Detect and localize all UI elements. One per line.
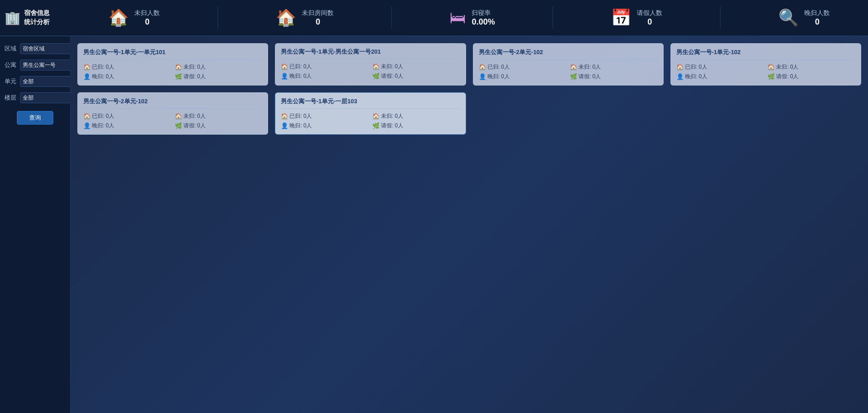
stat-value-4: 0	[637, 17, 662, 27]
room-stat-returned-1: 🏠 已归: 0人	[83, 63, 171, 71]
home-icon-5: 🏠	[83, 113, 91, 120]
room-card-4: 男生公寓一号-1单元-102 🏠 已归: 0人 🏠 未归: 0人 👤	[670, 43, 861, 86]
home-icon-nr-5: 🏠	[175, 113, 182, 120]
stat-value-5: 0	[804, 17, 830, 27]
stat-label-4: 请假人数	[637, 9, 662, 17]
bed-icon: 🛏	[450, 8, 466, 27]
room-title-6: 男生公寓一号-1单元-一层103	[281, 97, 460, 109]
room-stats-5: 🏠 已归: 0人 🏠 未归: 0人 👤 晚归: 0人	[83, 112, 262, 130]
home-icon-1: 🏠	[83, 64, 91, 71]
not-returned-label-2: 未归:	[381, 63, 393, 71]
not-returned-val-1: 0人	[197, 63, 206, 71]
stat-label-3: 归寝率	[472, 9, 495, 17]
logo-area: 🏢 宿舍信息 统计分析	[0, 9, 71, 26]
returned-val-2: 0人	[304, 63, 312, 71]
query-button[interactable]: 查询	[17, 111, 53, 125]
person-icon-2: 👤	[281, 73, 288, 80]
room-stats-3: 🏠 已归: 0人 🏠 未归: 0人 👤 晚归: 0人	[479, 63, 658, 81]
person-icon-4: 👤	[676, 73, 684, 80]
room-stat-not-returned-3: 🏠 未归: 0人	[570, 63, 658, 71]
stat-value-1: 0	[134, 17, 160, 27]
late-label-2: 晚归:	[289, 72, 302, 80]
stat-not-returned-rooms: 🏠 未归房间数 0	[276, 8, 334, 27]
house-gray-icon: 🏠	[108, 8, 129, 27]
stat-value-3: 0.00%	[472, 17, 495, 27]
room-stat-late-1: 👤 晚归: 0人	[83, 73, 171, 81]
returned-label-1: 已归:	[92, 63, 104, 71]
leave-label-6: 请假:	[381, 122, 393, 130]
title-line2: 统计分析	[24, 18, 50, 25]
leave-val-6: 0人	[395, 122, 403, 130]
leave-label-5: 请假:	[183, 122, 196, 130]
room-title-5: 男生公寓一号-2单元-102	[83, 97, 262, 109]
late-val-3: 0人	[501, 73, 510, 81]
home-icon-2: 🏠	[281, 63, 288, 70]
room-stats-2: 🏠 已归: 0人 🏠 未归: 0人 👤 晚归: 0人	[281, 63, 460, 80]
room-card-2: 男生公寓一号-1单元-男生公寓一号201 🏠 已归: 0人 🏠 未归: 0人 👤	[275, 43, 466, 86]
room-stat-returned-2: 🏠 已归: 0人	[281, 63, 369, 71]
leave-val-3: 0人	[592, 73, 601, 81]
late-val-1: 0人	[106, 73, 114, 81]
room-title-2: 男生公寓一号-1单元-男生公寓一号201	[281, 48, 460, 59]
returned-label-2: 已归:	[289, 63, 302, 71]
room-stat-returned-3: 🏠 已归: 0人	[479, 63, 567, 71]
calendar-icon: 📅	[611, 8, 631, 27]
room-stat-returned-6: 🏠 已归: 0人	[281, 112, 369, 120]
home-icon-4: 🏠	[676, 64, 684, 71]
filter-dorm-row: 公寓	[5, 60, 66, 71]
not-returned-val-5: 0人	[197, 112, 206, 120]
stat-label-1: 未归人数	[134, 9, 160, 17]
room-stat-late-4: 👤 晚归: 0人	[676, 73, 764, 81]
leave-label-1: 请假:	[183, 73, 196, 81]
room-stat-leave-2: 🌿 请假: 0人	[372, 72, 460, 80]
room-stat-late-3: 👤 晚归: 0人	[479, 73, 567, 81]
room-stats-6: 🏠 已归: 0人 🏠 未归: 0人 👤 晚归: 0人	[281, 112, 460, 130]
room-card-3: 男生公寓一号-2单元-102 🏠 已归: 0人 🏠 未归: 0人 👤	[473, 43, 664, 86]
late-val-4: 0人	[699, 73, 707, 81]
leaf-icon-2: 🌿	[372, 73, 380, 80]
room-title-4: 男生公寓一号-1单元-102	[676, 48, 855, 60]
leave-val-1: 0人	[197, 73, 206, 81]
stat-label-5: 晚归人数	[804, 9, 830, 17]
leave-label-3: 请假:	[579, 73, 591, 81]
returned-val-3: 0人	[501, 63, 510, 71]
not-returned-label-1: 未归:	[183, 63, 196, 71]
person-icon-6: 👤	[281, 122, 288, 129]
filter-floor-row: 楼层	[5, 92, 66, 103]
person-icon-5: 👤	[83, 122, 91, 129]
room-stat-not-returned-2: 🏠 未归: 0人	[372, 63, 460, 71]
room-stat-late-2: 👤 晚归: 0人	[281, 72, 369, 80]
room-stat-not-returned-1: 🏠 未归: 0人	[175, 63, 263, 71]
stat-info-2: 未归房间数 0	[302, 9, 334, 27]
divider-4	[720, 6, 721, 29]
leaf-icon-6: 🌿	[372, 122, 380, 129]
late-val-5: 0人	[106, 122, 114, 130]
room-card-6: 男生公寓一号-1单元-一层103 🏠 已归: 0人 🏠 未归: 0人 👤	[275, 92, 466, 135]
not-returned-label-5: 未归:	[183, 112, 196, 120]
divider-1	[218, 6, 218, 29]
not-returned-val-3: 0人	[592, 63, 601, 71]
returned-val-4: 0人	[699, 63, 707, 71]
room-stat-not-returned-6: 🏠 未归: 0人	[372, 112, 460, 120]
not-returned-label-4: 未归:	[776, 63, 788, 71]
leave-val-2: 0人	[395, 72, 403, 80]
divider-3	[553, 6, 553, 29]
room-stats-4: 🏠 已归: 0人 🏠 未归: 0人 👤 晚归: 0人	[676, 63, 855, 81]
divider-2	[391, 6, 392, 29]
not-returned-val-6: 0人	[395, 112, 403, 120]
room-stat-returned-5: 🏠 已归: 0人	[83, 112, 171, 120]
title-line1: 宿舍信息	[24, 9, 50, 16]
leaf-icon-5: 🌿	[175, 122, 182, 129]
stat-label-2: 未归房间数	[302, 9, 334, 17]
room-stat-leave-4: 🌿 请假: 0人	[767, 73, 855, 81]
header: 🏢 宿舍信息 统计分析 🏠 未归人数 0 🏠 未归房间数 0 🛏	[0, 0, 868, 36]
person-icon-1: 👤	[83, 73, 91, 80]
room-stats-1: 🏠 已归: 0人 🏠 未归: 0人 👤 晚归: 0人	[83, 63, 262, 81]
returned-label-6: 已归:	[289, 112, 302, 120]
room-stat-not-returned-5: 🏠 未归: 0人	[175, 112, 263, 120]
main-layout: 区域 公寓 单元 楼层 查询 男生公寓一号-1单元-一单元101 🏠	[0, 36, 868, 413]
room-stat-returned-4: 🏠 已归: 0人	[676, 63, 764, 71]
content-area: 男生公寓一号-1单元-一单元101 🏠 已归: 0人 🏠 未归: 0人 👤	[71, 36, 868, 413]
room-stat-leave-3: 🌿 请假: 0人	[570, 73, 658, 81]
home-icon-nr-6: 🏠	[372, 113, 380, 120]
